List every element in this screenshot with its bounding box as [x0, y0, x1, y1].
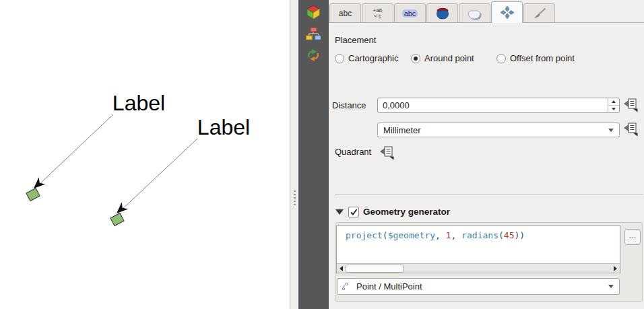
scroll-left-button[interactable]	[337, 264, 346, 273]
paintbrush-icon	[533, 7, 546, 20]
splitter-handle-icon[interactable]	[294, 191, 296, 205]
expression-builder-button[interactable]: ...	[624, 229, 641, 245]
point-marker	[110, 213, 124, 226]
spin-down-button[interactable]	[608, 106, 619, 112]
actions-arrows-icon[interactable]	[306, 48, 322, 65]
distance-input[interactable]	[378, 98, 608, 112]
map-canvas: Label Label	[0, 0, 290, 309]
quadrant-label: Quadrant	[335, 147, 371, 157]
distance-label: Distance	[332, 100, 366, 110]
background-blob-icon	[435, 7, 450, 20]
tab-background[interactable]	[426, 3, 458, 23]
placement-arrows-icon	[501, 6, 514, 19]
tab-text[interactable]: abc	[329, 3, 361, 23]
expression-editor[interactable]: project($geometry, 1, radians(45))	[337, 226, 620, 263]
settings-sidebar	[298, 0, 329, 309]
geometry-generator-checkbox[interactable]	[348, 207, 359, 217]
placement-section-label: Placement	[335, 35, 376, 45]
tab-shadow[interactable]	[459, 3, 490, 23]
leader-line	[38, 114, 113, 185]
points-icon	[342, 281, 351, 292]
tab-buffer[interactable]: abc	[394, 3, 426, 23]
radio-cartographic[interactable]: Cartographic	[335, 53, 398, 63]
leader-line	[121, 139, 197, 210]
unit-data-defined-override-button[interactable]	[624, 122, 640, 137]
collapse-triangle-icon[interactable]	[335, 209, 344, 215]
section-separator	[335, 194, 643, 195]
quadrant-data-defined-override-button[interactable]	[380, 145, 396, 160]
distance-spinbox	[377, 98, 620, 113]
geometry-type-combobox[interactable]: Point / MultiPoint	[337, 278, 620, 295]
spin-up-button[interactable]	[608, 98, 619, 106]
label-preview-graphic: Label Label	[0, 0, 290, 309]
radio-circle-icon	[335, 54, 344, 63]
label-settings-tabbar: abc +ab< c abc	[329, 0, 644, 23]
horizontal-scrollbar[interactable]	[337, 263, 620, 273]
symbology-cube-icon[interactable]	[306, 5, 322, 21]
chevron-down-icon	[608, 285, 614, 288]
expression-code: project($geometry, 1, radians(45))	[337, 226, 620, 240]
checkmark-icon	[349, 207, 358, 217]
expression-editor-frame: project($geometry, 1, radians(45))	[336, 226, 620, 273]
panel-splitter[interactable]	[290, 0, 298, 309]
scroll-left-icon	[340, 266, 343, 271]
distance-spinner	[608, 98, 619, 112]
label-settings-panel: abc +ab< c abc	[329, 0, 644, 309]
radio-offset-from-point[interactable]: Offset from point	[496, 53, 575, 63]
spin-up-icon	[612, 100, 616, 103]
tab-formatting[interactable]: +ab< c	[362, 3, 393, 23]
distance-data-defined-override-button[interactable]	[624, 98, 640, 112]
radio-circle-icon	[496, 54, 506, 63]
radio-circle-icon	[411, 54, 420, 63]
map-label-text: Label	[112, 91, 165, 115]
point-marker	[26, 188, 40, 201]
map-label-text: Label	[197, 115, 250, 139]
qgis-label-settings-window: Label Label	[0, 0, 644, 309]
scroll-right-button[interactable]	[611, 264, 620, 273]
tab-rendering[interactable]	[523, 3, 555, 23]
scroll-right-icon	[614, 266, 617, 271]
radio-around-point[interactable]: Around point	[411, 53, 474, 63]
geometry-generator-title: Geometry generator	[363, 207, 450, 217]
distance-unit-combobox[interactable]: Millimeter	[377, 123, 620, 137]
spin-down-icon	[612, 108, 616, 110]
shadow-blob-icon	[467, 7, 483, 20]
diagram-icon[interactable]	[306, 27, 322, 43]
chevron-down-icon	[608, 129, 614, 132]
tab-placement[interactable]	[491, 1, 523, 23]
scrollbar-thumb[interactable]	[346, 265, 404, 273]
